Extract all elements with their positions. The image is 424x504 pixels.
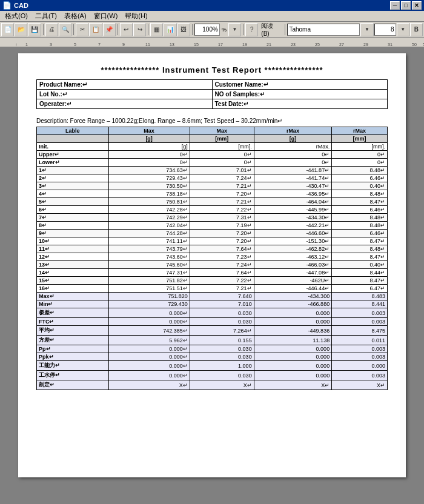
zoom-input[interactable] [194, 24, 220, 36]
sep-7 [285, 24, 285, 35]
copy-button[interactable]: 📋 [89, 23, 102, 36]
table-row: 方差↵5.962↵0.15511.1380.011 [37, 336, 388, 345]
table-cell: 7.20↵ [190, 237, 254, 245]
table-cell: -447.08↵ [254, 269, 332, 277]
col-rmax-g-header: rMax [254, 127, 332, 135]
table-cell: 7.24↵ [190, 174, 254, 182]
table-cell: -446.44↵ [254, 285, 332, 293]
table-cell: [g] [108, 143, 190, 151]
table-row: Pp↵0.000↵0.0300.0000.003 [37, 345, 388, 353]
table-row: 极差↵0.000↵0.0300.0000.003 [37, 308, 388, 318]
operator-cell: Operater:↵ [37, 99, 213, 109]
header-row-2: [g] [mm] [g] [mm] [37, 135, 388, 143]
table-cell: 8.475 [332, 326, 388, 336]
table-cell: 0.030 [190, 345, 254, 353]
table-cell: 5↵ [37, 198, 109, 206]
test-date-label: Test Date:↵ [215, 101, 249, 107]
table-cell: 3↵ [37, 182, 109, 190]
table-cell: 744.28↵ [108, 230, 190, 237]
table-cell: Max↵ [37, 293, 109, 300]
table-cell: 0.000 [254, 371, 332, 380]
document-area: **************** Instrument Test Report … [0, 47, 424, 504]
table-cell: 0.003 [332, 318, 388, 326]
table-cell: 7.23↵ [190, 253, 254, 261]
table-cell: 0↵ [254, 151, 332, 159]
maximize-button[interactable]: □ [401, 1, 411, 10]
table-cell: 0.155 [190, 336, 254, 345]
table-row: Product Name:↵ Customer Name:↵ [37, 80, 388, 90]
table-cell: 0.030 [190, 308, 254, 318]
menu-window[interactable]: 窗口(W) [90, 11, 122, 21]
minimize-button[interactable]: ─ [390, 1, 400, 10]
save-button[interactable]: 💾 [28, 23, 41, 36]
sep-5 [192, 24, 193, 35]
preview-button[interactable]: 🔍 [59, 23, 71, 36]
table-cell: 751.82↵ [108, 277, 190, 285]
bold-button[interactable]: B [410, 23, 423, 36]
table-cell: 742.385↵ [108, 326, 190, 336]
col-max-g-header: Max [108, 127, 190, 135]
spacer [36, 111, 388, 114]
menu-format[interactable]: 格式(O) [1, 11, 31, 21]
table-row: 12↵743.60↵7.23↵-463.12↵8.47↵ [37, 253, 388, 261]
col-rmax-mm-unit: [mm] [332, 135, 388, 143]
table-cell: X↵ [190, 380, 254, 390]
font-name-dropdown[interactable]: ▼ [360, 23, 373, 36]
table-cell: 7.21↵ [190, 285, 254, 293]
image-button[interactable]: 🖼 [177, 23, 190, 36]
table-cell: 7.264↵ [190, 326, 254, 336]
sep-6 [243, 24, 243, 35]
table-row: Min↵729.4307.010-466.8808.441 [37, 300, 388, 308]
menu-help[interactable]: 帮助(H) [121, 11, 151, 21]
table-cell: 738.18↵ [108, 190, 190, 198]
menu-tools[interactable]: 二具(T) [31, 11, 61, 21]
table-row: 1↵734.63↵7.01↵-441.87↵8.48↵ [37, 167, 388, 174]
table-cell: 7.01↵ [190, 167, 254, 174]
table-cell: 0.000 [254, 361, 332, 371]
table-cell: 741.11↵ [108, 237, 190, 245]
table-cell: -445.99↵ [254, 206, 332, 214]
new-button[interactable]: 📄 [1, 23, 14, 36]
table-button[interactable]: ▦ [150, 23, 163, 36]
table-cell: 745.60↵ [108, 261, 190, 269]
menu-bar: 格式(O) 二具(T) 表格(A) 窗口(W) 帮助(H) [0, 11, 424, 22]
chart-button[interactable]: 📊 [164, 23, 176, 36]
table-row: 11↵743.79↵7.64↵-462.82↵8.48↵ [37, 245, 388, 253]
font-size-input[interactable] [374, 24, 396, 36]
table-cell: -446.60↵ [254, 230, 332, 237]
font-size-dropdown[interactable]: ▼ [397, 23, 409, 36]
menu-table[interactable]: 表格(A) [61, 11, 90, 21]
table-row: 5↵750.81↵7.21↵-464.04↵8.47↵ [37, 198, 388, 206]
table-cell: 平均↵ [37, 326, 109, 336]
paste-button[interactable]: 📌 [103, 23, 116, 36]
table-cell: 极差↵ [37, 308, 109, 318]
font-name-input[interactable] [287, 24, 360, 36]
table-cell: -449.836 [254, 326, 332, 336]
open-button[interactable]: 📂 [15, 23, 27, 36]
table-cell: 743.79↵ [108, 245, 190, 253]
operator-label: Operater:↵ [39, 101, 71, 107]
table-row: 平均↵742.385↵7.264↵-449.8368.475 [37, 326, 388, 336]
table-cell: 0.000 [332, 361, 388, 371]
table-row: 13↵745.60↵7.24↵-466.03↵0.40↵ [37, 261, 388, 269]
table-cell: 8.48↵ [332, 222, 388, 230]
table-row: Ppk↵0.000↵0.0300.0000.003 [37, 353, 388, 361]
table-cell: 0.030 [190, 353, 254, 361]
table-cell: 8.47↵ [332, 198, 388, 206]
close-button[interactable]: ✕ [412, 1, 422, 10]
table-cell: Min↵ [37, 300, 109, 308]
table-cell: 0.40↵ [332, 182, 388, 190]
table-row: 7↵742.29↵7.31↵-434.30↵8.48↵ [37, 214, 388, 222]
description: Description: Force Range – 1000.22g;Elon… [36, 118, 388, 124]
print-button[interactable]: 🖨 [45, 23, 58, 36]
help-icon[interactable]: ? [245, 23, 258, 36]
zoom-label: % [222, 27, 227, 33]
table-cell: 工水停↵ [37, 371, 109, 380]
table-row: Lot No.:↵ NO of Samples:↵ [37, 90, 388, 99]
redo-button[interactable]: ↪ [133, 23, 146, 36]
table-cell: 8.441 [332, 300, 388, 308]
undo-button[interactable]: ↩ [120, 23, 133, 36]
table-cell: 14↵ [37, 269, 109, 277]
zoom-dropdown[interactable]: ▼ [228, 23, 241, 36]
cut-button[interactable]: ✂ [76, 23, 88, 36]
